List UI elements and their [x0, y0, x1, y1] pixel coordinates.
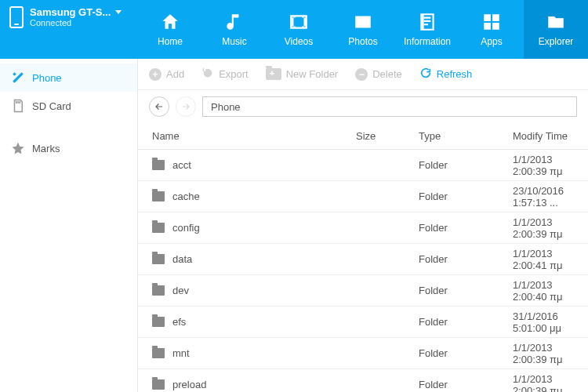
nav-explorer[interactable]: Explorer [524, 0, 588, 59]
tool-label: Export [219, 68, 249, 80]
table-row[interactable]: configFolder1/1/2013 2:00:39 πμ [138, 212, 588, 244]
phone-icon [9, 6, 24, 28]
sidebar: Phone SD Card Marks [0, 59, 138, 392]
sdcard-icon [11, 99, 25, 113]
row-mtime: 31/1/2016 5:01:00 μμ [513, 310, 574, 334]
row-type: Folder [419, 159, 513, 171]
row-name: cache [172, 191, 200, 202]
content-pane: + Add Export + New Folder − Delete Refre… [138, 59, 588, 392]
nav-videos[interactable]: Videos [267, 0, 331, 59]
svg-rect-4 [492, 23, 499, 30]
nav-apps[interactable]: Apps [459, 0, 524, 59]
col-name[interactable]: Name [152, 130, 356, 142]
device-name: Samsung GT-S... [30, 6, 111, 18]
row-name: efs [172, 316, 186, 328]
sidebar-item-phone[interactable]: Phone [0, 64, 137, 92]
folder-icon [152, 317, 165, 327]
tool-label: Delete [372, 68, 402, 80]
table-row[interactable]: preloadFolder1/1/2013 2:00:39 πμ [138, 369, 588, 392]
row-type: Folder [419, 191, 513, 202]
table-row[interactable]: cacheFolder23/10/2016 1:57:13 ... [138, 181, 588, 212]
row-type: Folder [419, 379, 513, 390]
folder-icon [152, 379, 165, 390]
row-mtime: 23/10/2016 1:57:13 ... [513, 185, 574, 209]
music-icon [224, 12, 245, 32]
nav-photos[interactable]: Photos [331, 0, 395, 59]
table-row[interactable]: efsFolder31/1/2016 5:01:00 μμ [138, 307, 588, 338]
tool-label: Add [166, 68, 184, 80]
path-input[interactable] [202, 96, 577, 117]
col-mtime[interactable]: Modify Time [513, 130, 574, 142]
minus-icon: − [355, 68, 368, 81]
nav-home-label: Home [158, 36, 183, 47]
file-table: Name Size Type Modify Time acctFolder1/1… [138, 123, 588, 392]
device-info[interactable]: Samsung GT-S... Connected [0, 0, 138, 59]
photos-icon [353, 12, 373, 32]
row-type: Folder [419, 285, 513, 296]
arrow-right-icon [180, 101, 191, 112]
row-mtime: 1/1/2013 2:00:39 πμ [513, 216, 574, 240]
path-bar [138, 90, 588, 123]
sidebar-item-sdcard[interactable]: SD Card [0, 92, 137, 120]
table-row[interactable]: dataFolder1/1/2013 2:00:41 πμ [138, 244, 588, 275]
app-header: Samsung GT-S... Connected Home Music Vid… [0, 0, 588, 59]
svg-rect-1 [484, 14, 491, 21]
delete-button[interactable]: − Delete [355, 68, 402, 81]
col-size[interactable]: Size [356, 130, 419, 142]
information-icon [417, 12, 437, 32]
row-name: preload [172, 379, 206, 390]
folder-icon [152, 223, 165, 233]
svg-rect-0 [421, 14, 423, 30]
nav-music-label: Music [222, 36, 246, 47]
top-nav: Home Music Videos Photos Information App… [138, 0, 588, 59]
newfolder-button[interactable]: + New Folder [266, 68, 338, 80]
row-type: Folder [419, 316, 513, 328]
nav-apps-label: Apps [481, 36, 502, 47]
row-mtime: 1/1/2013 2:00:39 πμ [513, 373, 574, 393]
toolbar: + Add Export + New Folder − Delete Refre… [138, 59, 588, 90]
device-status: Connected [30, 18, 122, 27]
row-mtime: 1/1/2013 2:00:39 πμ [513, 154, 574, 177]
table-row[interactable]: devFolder1/1/2013 2:00:40 πμ [138, 275, 588, 307]
refresh-button[interactable]: Refresh [419, 67, 473, 82]
chevron-down-icon [115, 10, 122, 14]
svg-rect-3 [484, 23, 491, 30]
nav-home[interactable]: Home [138, 0, 202, 59]
folder-icon [152, 348, 165, 358]
nav-videos-label: Videos [285, 36, 313, 47]
sidebar-item-label: Phone [32, 72, 62, 84]
row-name: config [172, 222, 200, 234]
forward-button[interactable] [176, 96, 196, 117]
col-type[interactable]: Type [419, 130, 513, 142]
explorer-icon [546, 12, 566, 32]
folder-icon [152, 285, 165, 296]
back-button[interactable] [149, 96, 169, 117]
row-name: acct [172, 159, 191, 171]
export-icon [201, 67, 214, 82]
svg-rect-2 [492, 14, 499, 21]
arrow-left-icon [154, 101, 165, 112]
plus-icon: + [149, 68, 162, 81]
row-type: Folder [419, 347, 513, 359]
table-header: Name Size Type Modify Time [138, 123, 588, 150]
row-type: Folder [419, 253, 513, 265]
table-row[interactable]: mntFolder1/1/2013 2:00:39 πμ [138, 338, 588, 369]
videos-icon [289, 12, 309, 32]
tool-label: Refresh [437, 68, 473, 80]
nav-information[interactable]: Information [395, 0, 459, 59]
row-name: dev [172, 285, 189, 296]
add-button[interactable]: + Add [149, 68, 184, 81]
row-name: mnt [172, 347, 190, 359]
sidebar-item-label: Marks [32, 143, 60, 154]
row-mtime: 1/1/2013 2:00:39 πμ [513, 342, 574, 365]
row-type: Folder [419, 222, 513, 234]
nav-music[interactable]: Music [202, 0, 267, 59]
sidebar-item-marks[interactable]: Marks [0, 134, 137, 162]
table-row[interactable]: acctFolder1/1/2013 2:00:39 πμ [138, 150, 588, 181]
apps-icon [481, 12, 502, 32]
nav-information-label: Information [404, 36, 451, 47]
export-button[interactable]: Export [201, 67, 249, 82]
folder-icon [152, 191, 165, 201]
row-mtime: 1/1/2013 2:00:41 πμ [513, 248, 574, 271]
nav-explorer-label: Explorer [539, 36, 574, 47]
